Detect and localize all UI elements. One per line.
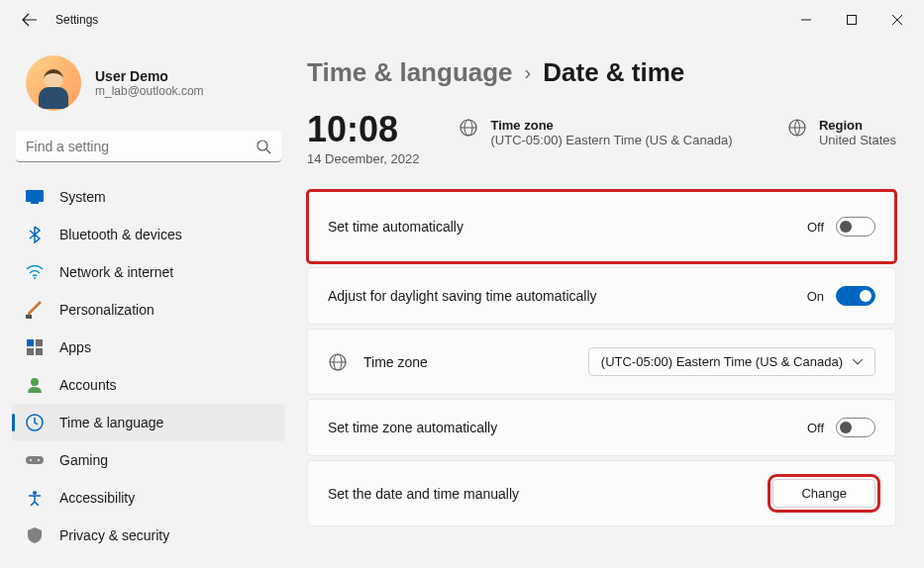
maximize-icon — [847, 15, 857, 25]
timezone-value: (UTC-05:00) Eastern Time (US & Canada) — [490, 133, 732, 147]
nav-privacy[interactable]: Privacy & security — [12, 517, 285, 554]
setting-label: Time zone — [363, 354, 428, 370]
svg-point-10 — [31, 378, 39, 386]
person-icon — [26, 376, 44, 394]
timezone-dropdown[interactable]: (UTC-05:00) Eastern Time (US & Canada) — [588, 347, 875, 376]
nav-label: Accounts — [59, 377, 117, 393]
toggle-state: Off — [807, 421, 824, 435]
arrow-left-icon — [22, 12, 38, 28]
globe-icon — [787, 118, 807, 138]
globe-clock-icon — [459, 118, 478, 138]
dst-auto-card: Adjust for daylight saving time automati… — [307, 267, 896, 325]
svg-rect-8 — [27, 348, 34, 355]
minimize-button[interactable] — [783, 4, 829, 36]
nav-bluetooth[interactable]: Bluetooth & devices — [12, 216, 285, 253]
nav-personalization[interactable]: Personalization — [12, 291, 285, 329]
nav-label: Bluetooth & devices — [59, 227, 182, 242]
svg-rect-12 — [26, 456, 44, 464]
chevron-down-icon — [853, 359, 863, 365]
svg-point-13 — [30, 459, 32, 461]
toggle-state: Off — [807, 220, 824, 235]
set-time-auto-card: Set time automatically Off — [307, 190, 896, 263]
set-time-auto-toggle[interactable] — [836, 217, 875, 237]
svg-point-1 — [257, 141, 267, 150]
set-manual-card: Set the date and time manually Change — [307, 460, 896, 526]
svg-rect-6 — [27, 339, 34, 346]
search-input[interactable] — [26, 139, 256, 154]
svg-point-14 — [38, 459, 40, 461]
minimize-icon — [801, 15, 811, 25]
window-title: Settings — [55, 13, 98, 27]
clock-globe-icon — [26, 414, 44, 431]
nav-network[interactable]: Network & internet — [12, 253, 285, 291]
dst-auto-toggle[interactable] — [836, 286, 875, 306]
nav-label: Gaming — [59, 452, 108, 468]
apps-icon — [26, 338, 44, 356]
setting-label: Adjust for daylight saving time automati… — [328, 288, 597, 304]
sidebar: User Demo m_lab@outlook.com System Bluet… — [0, 40, 297, 568]
svg-point-4 — [34, 277, 36, 279]
search-box[interactable] — [16, 131, 281, 162]
back-button[interactable] — [20, 10, 40, 30]
nav-label: Time & language — [59, 415, 163, 430]
svg-point-15 — [33, 491, 37, 495]
svg-rect-3 — [31, 202, 39, 204]
close-button[interactable] — [874, 4, 920, 36]
set-tz-auto-card: Set time zone automatically Off — [307, 399, 896, 456]
maximize-button[interactable] — [829, 4, 874, 36]
breadcrumb-parent[interactable]: Time & language — [307, 57, 513, 88]
current-date: 14 December, 2022 — [307, 151, 419, 166]
titlebar: Settings — [0, 0, 924, 40]
region-summary: Region United States — [787, 112, 896, 147]
search-icon — [256, 139, 271, 154]
nav-label: Apps — [59, 339, 91, 355]
info-row: 10:08 14 December, 2022 Time zone (UTC-0… — [307, 112, 896, 166]
breadcrumb: Time & language › Date & time — [307, 57, 896, 88]
globe-clock-icon — [328, 352, 348, 372]
display-icon — [26, 188, 44, 206]
accessibility-icon — [26, 489, 44, 507]
setting-label: Set time zone automatically — [328, 420, 497, 435]
region-value: United States — [819, 133, 896, 147]
timezone-card: Time zone (UTC-05:00) Eastern Time (US &… — [307, 329, 896, 395]
wifi-icon — [26, 263, 44, 281]
profile-email: m_lab@outlook.com — [95, 84, 204, 98]
set-tz-auto-toggle[interactable] — [836, 418, 875, 437]
svg-rect-0 — [848, 16, 857, 25]
gamepad-icon — [26, 451, 44, 469]
nav-gaming[interactable]: Gaming — [12, 441, 285, 479]
timezone-summary: Time zone (UTC-05:00) Eastern Time (US &… — [459, 112, 732, 147]
close-icon — [892, 15, 902, 25]
profile-name: User Demo — [95, 68, 204, 84]
timezone-label: Time zone — [490, 118, 732, 133]
svg-rect-9 — [36, 348, 43, 355]
nav-time-language[interactable]: Time & language — [12, 404, 285, 441]
bluetooth-icon — [26, 226, 44, 243]
change-button[interactable]: Change — [772, 479, 875, 508]
nav-label: Personalization — [59, 302, 154, 318]
svg-rect-7 — [36, 339, 43, 346]
setting-label: Set time automatically — [328, 219, 463, 235]
main-content: Time & language › Date & time 10:08 14 D… — [297, 40, 924, 568]
svg-rect-2 — [26, 190, 44, 202]
nav-accessibility[interactable]: Accessibility — [12, 479, 285, 517]
toggle-state: On — [807, 289, 824, 304]
profile-block[interactable]: User Demo m_lab@outlook.com — [12, 47, 285, 131]
brush-icon — [26, 301, 44, 319]
current-time: 10:08 — [307, 112, 419, 147]
nav-label: System — [59, 189, 106, 205]
region-label: Region — [819, 118, 896, 133]
nav-label: Network & internet — [59, 264, 173, 280]
nav-accounts[interactable]: Accounts — [12, 366, 285, 404]
breadcrumb-current: Date & time — [543, 57, 684, 88]
dropdown-value: (UTC-05:00) Eastern Time (US & Canada) — [601, 354, 843, 369]
avatar — [26, 55, 81, 111]
nav-apps[interactable]: Apps — [12, 329, 285, 366]
nav-list: System Bluetooth & devices Network & int… — [12, 178, 285, 554]
chevron-right-icon: › — [525, 61, 532, 84]
nav-label: Accessibility — [59, 490, 135, 506]
svg-rect-5 — [26, 315, 32, 319]
setting-label: Set the date and time manually — [328, 486, 519, 502]
nav-system[interactable]: System — [12, 178, 285, 216]
nav-label: Privacy & security — [59, 527, 169, 543]
